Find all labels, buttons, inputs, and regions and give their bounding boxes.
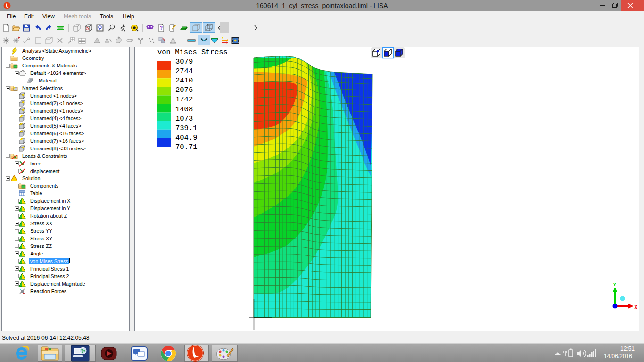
svg-text:X: X — [635, 304, 638, 310]
svg-text:1742: 1742 — [175, 95, 193, 104]
svg-text:von Mises Stress: von Mises Stress — [157, 48, 228, 57]
svg-text:3079: 3079 — [175, 58, 193, 66]
svg-text:739.1: 739.1 — [175, 124, 198, 132]
svg-text:2744: 2744 — [175, 67, 193, 75]
svg-text:?: ? — [160, 25, 163, 31]
svg-text:2076: 2076 — [175, 86, 193, 94]
svg-text:Y: Y — [613, 282, 617, 288]
svg-text:404.9: 404.9 — [175, 133, 198, 142]
svg-text:70.71: 70.71 — [175, 143, 198, 151]
svg-text:1408: 1408 — [175, 105, 193, 114]
svg-text:1073: 1073 — [175, 115, 193, 123]
svg-text:2410: 2410 — [175, 76, 193, 85]
